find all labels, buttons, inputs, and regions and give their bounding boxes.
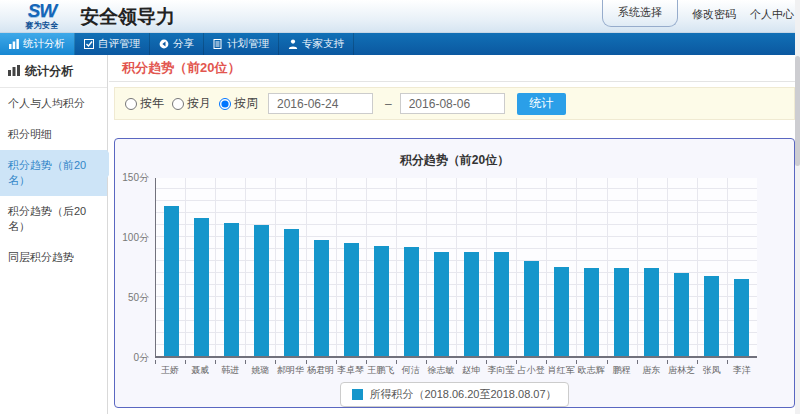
bar-slot [426, 178, 456, 356]
bar-slot [246, 178, 276, 356]
x-label: 聂威 [185, 364, 215, 377]
x-label: 韩进 [215, 364, 245, 377]
bar-slot [456, 178, 486, 356]
bar-slot [336, 178, 366, 356]
period-radio-2[interactable]: 按周 [219, 95, 258, 112]
period-radio-label: 按周 [234, 95, 258, 112]
x-label: 赵坤 [456, 364, 486, 377]
period-radio-group: 按年按月按周 [125, 95, 258, 112]
legend-label: 所得积分（2018.06.20至2018.08.07） [369, 387, 556, 402]
header-actions: 系统选择 修改密码 个人中心 [602, 0, 794, 27]
chart-y-axis: 0分50分100分150分 [115, 178, 151, 358]
x-label: 张凤 [697, 364, 727, 377]
sidebar-item-0[interactable]: 个人与人均积分 [0, 88, 107, 119]
chart-x-labels: 王娇聂威韩进姚璐郝明华杨君明李卓琴王鹏飞何洁徐志敏赵坤李向莹占小登肖红军欧志辉鹏… [155, 364, 757, 377]
bar-唐林芝 [674, 273, 689, 356]
bar-何洁 [404, 247, 419, 356]
bar-聂威 [194, 218, 209, 356]
sidebar: 统计分析 个人与人均积分积分明细积分趋势（前20名）积分趋势（后20名）同层积分… [0, 55, 108, 414]
bar-slot [727, 178, 757, 356]
sidebar-header: 统计分析 [0, 55, 107, 88]
bar-韩进 [224, 223, 239, 356]
bar-slot [577, 178, 607, 356]
scrollbar-track[interactable] [795, 0, 800, 414]
statistics-button[interactable]: 统计 [517, 93, 566, 115]
date-from-input[interactable] [268, 93, 373, 114]
main-content: 积分趋势（前20位） 按年按月按周 – 统计 积分趋势（前20位） 0分50分1… [109, 55, 800, 414]
chart-legend-row: 所得积分（2018.06.20至2018.08.07） [115, 382, 794, 407]
bar-李向莹 [494, 252, 509, 356]
period-radio-input-2[interactable] [219, 98, 231, 110]
page-title-bar: 积分趋势（前20位） [109, 55, 800, 82]
bar-唐东 [644, 268, 659, 356]
page-title: 积分趋势（前20位） [122, 59, 240, 77]
system-select-button[interactable]: 系统选择 [602, 0, 678, 27]
x-label: 唐林芝 [667, 364, 697, 377]
sidebar-item-3[interactable]: 积分趋势（后20名） [0, 196, 107, 242]
share-icon [159, 39, 169, 49]
brand-logo: SW 赛为安全 [14, 2, 70, 31]
chart-legend[interactable]: 所得积分（2018.06.20至2018.08.07） [340, 382, 568, 407]
scrollbar-thumb[interactable] [795, 56, 800, 166]
period-radio-label: 按年 [140, 95, 164, 112]
sidebar-item-4[interactable]: 同层积分趋势 [0, 242, 107, 273]
date-to-input[interactable] [400, 93, 505, 114]
app-header: SW 赛为安全 安全领导力 系统选择 修改密码 个人中心 [0, 0, 800, 33]
bar-slot [697, 178, 727, 356]
bar-slot [276, 178, 306, 356]
chart-plot [155, 178, 757, 358]
period-radio-label: 按月 [187, 95, 211, 112]
x-label: 李卓琴 [336, 364, 366, 377]
bar-郝明华 [284, 229, 299, 356]
period-radio-input-0[interactable] [125, 98, 137, 110]
period-radio-0[interactable]: 按年 [125, 95, 164, 112]
legend-swatch-icon [352, 389, 363, 400]
nav-item-3[interactable]: 计划管理 [204, 33, 279, 55]
personal-center-link[interactable]: 个人中心 [750, 7, 794, 22]
logo-sw-icon: SW [14, 2, 70, 20]
logo-subtitle: 赛为安全 [14, 20, 70, 31]
period-radio-1[interactable]: 按月 [172, 95, 211, 112]
x-label: 王娇 [155, 364, 185, 377]
bar-李洋 [734, 279, 749, 356]
bar-赵坤 [464, 252, 479, 356]
sidebar-header-label: 统计分析 [25, 63, 73, 80]
change-password-link[interactable]: 修改密码 [692, 7, 736, 22]
bar-王鹏飞 [374, 246, 389, 356]
period-radio-input-1[interactable] [172, 98, 184, 110]
sidebar-items: 个人与人均积分积分明细积分趋势（前20名）积分趋势（后20名）同层积分趋势 [0, 88, 107, 273]
bar-欧志辉 [584, 268, 599, 356]
nav-item-0[interactable]: 统计分析 [0, 33, 75, 55]
bar-王娇 [164, 206, 179, 356]
x-label: 欧志辉 [576, 364, 606, 377]
nav-item-4[interactable]: 专家支持 [279, 33, 354, 55]
bar-占小登 [524, 261, 539, 356]
sidebar-item-1[interactable]: 积分明细 [0, 119, 107, 150]
x-label: 姚璐 [245, 364, 275, 377]
main-nav: 统计分析自评管理分享计划管理专家支持 [0, 33, 800, 55]
x-label: 李洋 [727, 364, 757, 377]
nav-item-2[interactable]: 分享 [150, 33, 204, 55]
x-label: 占小登 [516, 364, 546, 377]
nav-item-label: 统计分析 [23, 37, 65, 51]
x-label: 杨君明 [305, 364, 335, 377]
x-label: 李向莹 [486, 364, 516, 377]
bar-slot [216, 178, 246, 356]
x-label: 何洁 [396, 364, 426, 377]
bar-杨君明 [314, 240, 329, 356]
nav-item-label: 计划管理 [227, 37, 269, 51]
filter-bar: 按年按月按周 – 统计 [114, 87, 795, 120]
bar-李卓琴 [344, 243, 359, 356]
x-label: 王鹏飞 [366, 364, 396, 377]
bar-鹏程 [614, 268, 629, 356]
y-tick: 150分 [115, 171, 149, 185]
app-title: 安全领导力 [80, 4, 175, 30]
x-label: 肖红军 [546, 364, 576, 377]
sidebar-item-2[interactable]: 积分趋势（前20名） [0, 150, 107, 196]
nav-item-label: 分享 [173, 37, 194, 51]
bar-slot [517, 178, 547, 356]
chart-title: 积分趋势（前20位） [115, 152, 794, 169]
nav-item-1[interactable]: 自评管理 [75, 33, 150, 55]
bar-张凤 [704, 276, 719, 356]
x-label: 徐志敏 [426, 364, 456, 377]
